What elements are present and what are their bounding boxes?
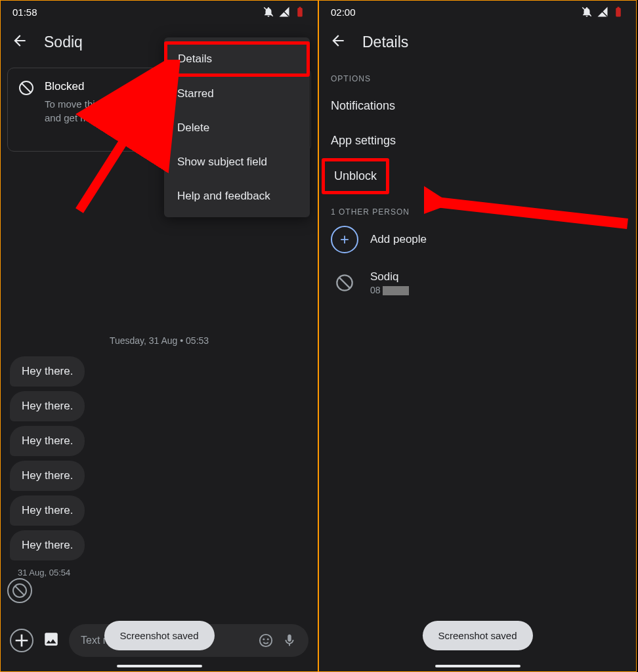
status-bar: 02:00 [319,1,636,20]
dnd-icon [581,6,593,18]
menu-starred[interactable]: Starred [164,77,310,111]
status-icons [581,6,624,18]
overflow-menu: Details Starred Delete Show subject fiel… [164,37,310,217]
add-people-label: Add people [370,233,427,246]
menu-show-subject[interactable]: Show subject field [164,145,310,179]
nav-handle[interactable] [435,665,521,667]
option-notifications[interactable]: Notifications [319,89,636,123]
section-options-label: OPTIONS [319,61,636,89]
back-button[interactable] [11,32,28,52]
option-unblock[interactable]: Unblock [322,158,389,194]
message-bubble[interactable]: Hey there. [10,426,85,456]
svg-rect-15 [618,7,620,9]
message-bubble[interactable]: Hey there. [10,461,85,491]
block-icon [331,269,358,297]
attach-button[interactable] [10,629,33,652]
menu-help[interactable]: Help and feedback [164,179,310,213]
svg-line-5 [22,83,31,93]
add-people-button[interactable]: + Add people [319,222,636,262]
signal-icon [278,6,290,18]
svg-point-9 [260,635,272,646]
plus-icon: + [331,226,358,253]
contact-name: Sodiq [44,33,83,51]
battery-icon [612,6,624,18]
menu-delete[interactable]: Delete [164,111,310,145]
back-button[interactable] [330,32,347,52]
svg-line-8 [15,586,24,595]
blocked-indicator-icon [7,578,32,603]
status-clock: 02:00 [331,7,356,18]
mic-icon[interactable] [282,633,297,648]
svg-point-10 [263,639,265,640]
page-title: Details [362,33,408,51]
gallery-button[interactable] [43,631,60,650]
conversation-timestamp: Tuesday, 31 Aug • 05:53 [1,335,318,346]
svg-rect-2 [297,8,303,17]
person-row[interactable]: Sodiq 08 [319,262,636,303]
svg-rect-14 [616,8,621,17]
person-name: Sodiq [370,270,409,284]
option-app-settings[interactable]: App settings [319,123,636,158]
svg-point-11 [267,639,269,640]
status-bar: 01:58 [1,1,318,20]
menu-details[interactable]: Details [164,41,310,77]
status-clock: 01:58 [12,7,37,18]
message-list: Hey there. Hey there. Hey there. Hey the… [1,356,318,578]
redacted-number [383,286,409,295]
block-icon [18,80,34,125]
message-bubble[interactable]: Hey there. [10,495,85,526]
toast-screenshot-saved: Screenshot saved [422,621,532,650]
message-bubble[interactable]: Hey there. [10,530,85,560]
dnd-icon [263,6,274,18]
section-people-label: 1 OTHER PERSON [319,194,636,222]
battery-icon [294,6,306,18]
message-bubble[interactable]: Hey there. [10,356,85,387]
svg-rect-3 [299,7,301,9]
message-timestamp: 31 Aug, 05:54 [18,568,308,578]
status-icons [263,6,306,18]
nav-handle[interactable] [117,665,202,667]
person-number: 08 [370,285,409,295]
svg-line-18 [339,278,350,288]
message-bubble[interactable]: Hey there. [10,391,85,421]
details-screen: 02:00 Details OPTIONS Notifications App … [318,0,637,672]
details-header: Details [319,20,636,61]
signal-icon [597,6,608,18]
emoji-icon[interactable] [259,633,273,648]
conversation-screen: 01:58 Sodiq Blocked To move this convers… [0,0,318,672]
toast-screenshot-saved: Screenshot saved [104,621,214,650]
